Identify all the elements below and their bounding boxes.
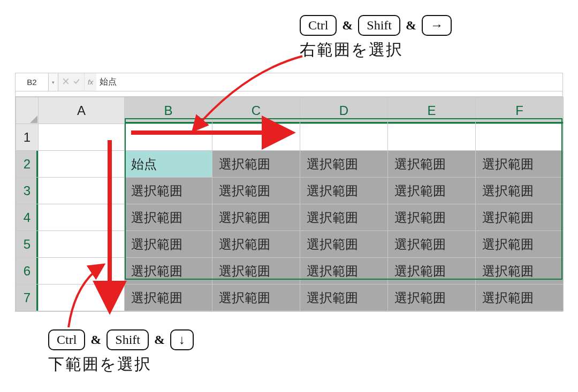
row-header[interactable]: 7 xyxy=(16,285,39,311)
cell[interactable]: 選択範囲 xyxy=(125,178,212,204)
cell[interactable]: 選択範囲 xyxy=(125,285,212,311)
cell[interactable]: 選択範囲 xyxy=(300,285,388,311)
key-right-arrow: → xyxy=(422,15,452,36)
keys-down: Ctrl & Shift & ↓ xyxy=(48,329,194,350)
select-all-corner[interactable] xyxy=(16,97,39,124)
cell[interactable]: 選択範囲 xyxy=(388,178,476,204)
cell[interactable]: 選択範囲 xyxy=(476,285,564,311)
column-header[interactable]: F xyxy=(476,97,564,124)
cell[interactable]: 選択範囲 xyxy=(388,258,476,285)
cell[interactable] xyxy=(125,124,212,151)
cell[interactable]: 選択範囲 xyxy=(300,204,388,231)
cell[interactable] xyxy=(39,231,125,258)
cell[interactable] xyxy=(39,151,125,178)
cell[interactable]: 選択範囲 xyxy=(300,151,388,178)
cell[interactable]: 選択範囲 xyxy=(388,204,476,231)
formula-bar: B2 ▾ fx 始点 xyxy=(16,73,562,91)
column-header[interactable]: A xyxy=(39,97,125,124)
cell[interactable]: 選択範囲 xyxy=(300,258,388,285)
cell[interactable] xyxy=(39,204,125,231)
column-header[interactable]: E xyxy=(388,97,476,124)
cell[interactable]: 選択範囲 xyxy=(212,258,300,285)
key-ctrl: Ctrl xyxy=(48,329,85,350)
row-header[interactable]: 5 xyxy=(16,231,39,258)
cell[interactable]: 選択範囲 xyxy=(476,258,564,285)
keys-right: Ctrl & Shift & → xyxy=(300,15,452,36)
cell[interactable]: 選択範囲 xyxy=(476,204,564,231)
cell[interactable]: 選択範囲 xyxy=(476,231,564,258)
cell[interactable]: 選択範囲 xyxy=(476,151,564,178)
cell[interactable]: 選択範囲 xyxy=(212,204,300,231)
ampersand: & xyxy=(90,333,101,347)
cell[interactable]: 選択範囲 xyxy=(476,178,564,204)
cell[interactable] xyxy=(39,178,125,204)
cell[interactable] xyxy=(388,124,476,151)
key-down-arrow: ↓ xyxy=(170,329,194,350)
cell[interactable]: 選択範囲 xyxy=(125,258,212,285)
key-ctrl: Ctrl xyxy=(300,15,337,36)
cell[interactable]: 選択範囲 xyxy=(388,285,476,311)
cell[interactable]: 選択範囲 xyxy=(212,285,300,311)
name-box-dropdown-icon[interactable]: ▾ xyxy=(49,73,58,91)
column-header[interactable]: C xyxy=(212,97,300,124)
formula-input[interactable]: 始点 xyxy=(96,73,562,91)
key-shift: Shift xyxy=(107,329,149,350)
name-box[interactable]: B2 xyxy=(16,73,49,91)
cell[interactable]: 選択範囲 xyxy=(300,178,388,204)
caption-down: 下範囲を選択 xyxy=(48,353,194,375)
shortcut-right: Ctrl & Shift & → 右範囲を選択 xyxy=(300,15,452,61)
ampersand: & xyxy=(342,18,353,33)
cell-active[interactable]: 始点 xyxy=(125,151,212,178)
cell[interactable] xyxy=(39,124,125,151)
cancel-icon[interactable] xyxy=(63,78,69,86)
cell[interactable]: 選択範囲 xyxy=(212,231,300,258)
row-header[interactable]: 6 xyxy=(16,258,39,285)
ampersand: & xyxy=(154,333,165,347)
cell[interactable] xyxy=(476,124,564,151)
spreadsheet-window: B2 ▾ fx 始点 A B C xyxy=(15,73,563,312)
ampersand: & xyxy=(406,18,416,33)
cell[interactable] xyxy=(300,124,388,151)
row-header[interactable]: 1 xyxy=(16,124,39,151)
cell[interactable]: 選択範囲 xyxy=(300,231,388,258)
fx-icon[interactable]: fx xyxy=(85,73,96,91)
key-shift: Shift xyxy=(358,15,400,36)
shortcut-down: Ctrl & Shift & ↓ 下範囲を選択 xyxy=(48,329,194,375)
cell[interactable]: 選択範囲 xyxy=(212,178,300,204)
cell[interactable]: 選択範囲 xyxy=(388,231,476,258)
column-header[interactable]: D xyxy=(300,97,388,124)
cell[interactable]: 選択範囲 xyxy=(125,204,212,231)
row-header[interactable]: 2 xyxy=(16,151,39,178)
cell[interactable] xyxy=(39,258,125,285)
caption-right: 右範囲を選択 xyxy=(300,39,452,61)
row-header[interactable]: 3 xyxy=(16,178,39,204)
cell[interactable] xyxy=(39,285,125,311)
ribbon-gap xyxy=(16,91,562,97)
row-header[interactable]: 4 xyxy=(16,204,39,231)
spreadsheet-grid[interactable]: A B C D E F 1 2 始点 選択範囲 選択範囲 選択範囲 選択範囲 3 xyxy=(16,97,564,311)
cell[interactable] xyxy=(212,124,300,151)
formula-bar-controls xyxy=(58,73,85,91)
column-header[interactable]: B xyxy=(125,97,212,124)
confirm-icon[interactable] xyxy=(73,78,80,86)
cell[interactable]: 選択範囲 xyxy=(125,231,212,258)
cell[interactable]: 選択範囲 xyxy=(388,151,476,178)
cell[interactable]: 選択範囲 xyxy=(212,151,300,178)
